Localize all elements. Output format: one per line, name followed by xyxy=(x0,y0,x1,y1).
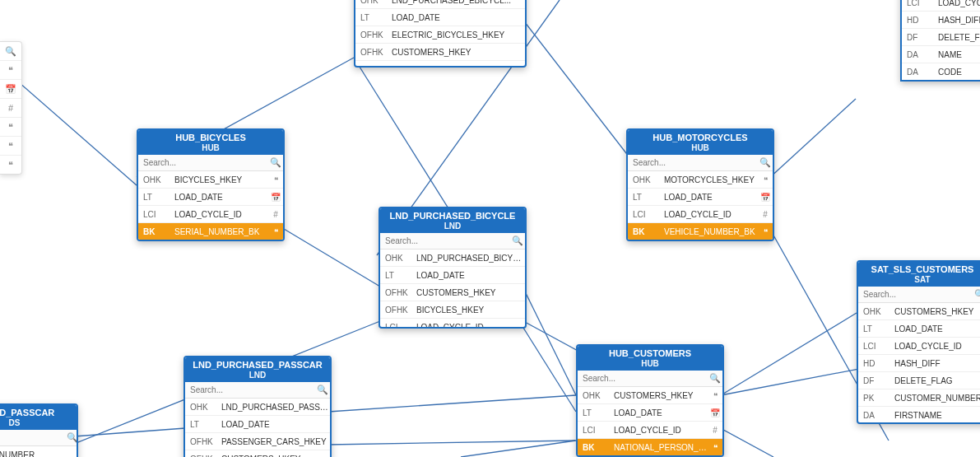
calendar-icon[interactable]: 📅 xyxy=(0,80,21,99)
entity-hub-customers[interactable]: HUB_CUSTOMERS HUB 🔍 OHKCUSTOMERS_HKEY❝ L… xyxy=(576,344,724,457)
search-icon[interactable]: 🔍 xyxy=(708,373,722,384)
svg-line-0 xyxy=(280,226,380,287)
search-icon[interactable]: 🔍 xyxy=(268,157,283,168)
entity-title: HASED_PASSCAR xyxy=(0,408,73,418)
entity-search-row: 🔍 xyxy=(578,371,722,387)
table-row: LCILOAD_CYCLE_ID# xyxy=(628,205,773,222)
calendar-icon: 📅 xyxy=(708,408,722,417)
svg-line-8 xyxy=(523,288,576,395)
entity-title: HUB_BICYCLES xyxy=(142,133,280,143)
table-row: LTLOAD_DATE📅 xyxy=(628,188,773,205)
table-row: LCILOAD_CYCLE_ID xyxy=(355,60,525,66)
entity-subtitle: HUB xyxy=(142,143,280,153)
hash-icon: # xyxy=(268,210,283,219)
search-input[interactable] xyxy=(0,430,67,445)
table-row: LTLOAD_DATE xyxy=(355,8,525,26)
search-icon[interactable]: 🔍 xyxy=(510,235,525,246)
table-row: OHKCUSTOMERS_HKEY❝ xyxy=(578,387,722,403)
search-input[interactable] xyxy=(858,287,973,302)
table-row: LTLOAD_DATE xyxy=(185,415,330,432)
entity-header[interactable]: SAT_SLS_CUSTOMERS SAT xyxy=(858,262,980,287)
table-row: OFHKCUSTOMERS_HKEY xyxy=(380,283,525,301)
entity-bottom-left-partial[interactable]: HASED_PASSCAR DS 🔍 R_NUMBER xyxy=(0,403,78,457)
table-row: DANAME xyxy=(902,45,980,63)
table-row: LCILOAD_CYCLE_ID# xyxy=(138,205,283,222)
table-row: LCILOAD_CYCLE_ID xyxy=(380,318,525,327)
table-row: OHKLND_PURCHASED_EBICYCL... xyxy=(355,0,525,8)
hash-icon: # xyxy=(758,210,773,219)
table-row: DFDELETE_FLAG xyxy=(858,371,980,389)
search-icon[interactable]: 🔍 xyxy=(758,157,773,168)
entity-sat-top-right[interactable]: LTLOAD_DATE LCILOAD_CYCLE HDHASH_DIFF DF… xyxy=(900,0,980,82)
hash-icon: # xyxy=(708,426,722,435)
table-row-bk: BKNATIONAL_PERSON_ID_...❝ xyxy=(578,438,722,455)
entity-search-row: 🔍 xyxy=(185,382,330,399)
table-row: OFHKPASSENGER_CARS_HKEY xyxy=(185,432,330,450)
entity-subtitle: HUB xyxy=(631,143,769,153)
entity-title: LND_PURCHASED_BICYCLE xyxy=(383,211,522,222)
entity-header[interactable]: HUB_MOTORCYCLES HUB xyxy=(628,130,773,155)
entity-sat-sls-customers[interactable]: SAT_SLS_CUSTOMERS SAT 🔍 OHKCUSTOMERS_HKE… xyxy=(857,260,980,424)
table-row: OHKLND_PURCHASED_PASSCA... xyxy=(185,399,330,415)
entity-title: SAT_SLS_CUSTOMERS xyxy=(862,264,980,275)
quote-icon: ❝ xyxy=(268,227,283,236)
svg-line-16 xyxy=(74,428,185,436)
table-row: OHKCUSTOMERS_HKEY xyxy=(858,303,980,319)
entity-hub-bicycles[interactable]: HUB_BICYCLES HUB 🔍 OHKBICYCLES_HKEY❝ LTL… xyxy=(137,128,285,241)
quote-icon: ❝ xyxy=(708,391,722,400)
table-row: LCILOAD_CYCLE_ID# xyxy=(578,421,722,438)
entity-header[interactable]: HASED_PASSCAR DS xyxy=(0,405,77,430)
svg-line-12 xyxy=(328,441,575,445)
table-row: R_NUMBER xyxy=(0,446,77,457)
table-row: HDHASH_DIFF xyxy=(902,11,980,28)
entity-subtitle: SAT xyxy=(862,275,980,285)
table-row: LCILOAD_CYCLE_ID xyxy=(858,337,980,354)
entity-header[interactable]: HUB_CUSTOMERS HUB xyxy=(578,346,722,371)
quote-icon: ❝ xyxy=(758,227,773,236)
entity-title: HUB_MOTORCYCLES xyxy=(631,133,769,143)
table-row: DFDELETE_FLAG xyxy=(902,28,980,45)
entity-hub-motorcycles[interactable]: HUB_MOTORCYCLES HUB 🔍 OHKMOTORCYCLES_HKE… xyxy=(626,128,774,241)
entity-lnd-purchased-passcar[interactable]: LND_PURCHASED_PASSCAR LND 🔍 OHKLND_PURCH… xyxy=(183,356,332,457)
search-input[interactable] xyxy=(578,371,708,386)
entity-header[interactable]: HUB_BICYCLES HUB xyxy=(138,130,283,155)
table-row: DACODE xyxy=(902,63,980,80)
search-input[interactable] xyxy=(138,155,268,170)
search-icon[interactable]: 🔍 xyxy=(0,42,21,61)
quote-icon-4[interactable]: ❝ xyxy=(0,156,21,174)
hash-icon[interactable]: # xyxy=(0,99,21,118)
entity-top-lnd[interactable]: OHKLND_PURCHASED_EBICYCL... LTLOAD_DATE … xyxy=(354,0,527,68)
svg-line-6 xyxy=(769,99,856,179)
table-row-bk: BKSERIAL_NUMBER_BK❝ xyxy=(138,222,283,240)
search-icon[interactable]: 🔍 xyxy=(315,385,330,395)
quote-icon[interactable]: ❝ xyxy=(0,61,21,80)
entity-lnd-purchased-bicycle[interactable]: LND_PURCHASED_BICYCLE LND 🔍 OHKLND_PURCH… xyxy=(379,207,527,329)
diagram-canvas[interactable]: 🔍 ❝ 📅 # ❝ ❝ ❝ OHKLND_PURCHASED_EBICYCL..… xyxy=(0,0,980,457)
quote-icon-2[interactable]: ❝ xyxy=(0,118,21,137)
quote-icon: ❝ xyxy=(758,175,773,184)
toolbar-strip: 🔍 ❝ 📅 # ❝ ❝ ❝ xyxy=(0,41,22,175)
entity-search-row: 🔍 xyxy=(628,155,773,171)
search-input[interactable] xyxy=(185,382,315,398)
entity-search-row: 🔍 xyxy=(0,430,77,446)
table-row: OFHKCUSTOMERS_HKEY xyxy=(185,450,330,457)
table-row: OHKLND_PURCHASED_BICYCLE... xyxy=(380,249,525,266)
search-icon[interactable]: 🔍 xyxy=(973,289,980,300)
search-input[interactable] xyxy=(628,155,758,170)
svg-line-15 xyxy=(461,441,576,457)
quote-icon-3[interactable]: ❝ xyxy=(0,137,21,156)
entity-subtitle: LND xyxy=(383,222,522,231)
entity-header[interactable]: LND_PURCHASED_PASSCAR LND xyxy=(185,357,330,382)
search-icon[interactable]: 🔍 xyxy=(67,432,78,443)
entity-search-row: 🔍 xyxy=(380,233,525,249)
table-row: DAFIRSTNAME xyxy=(858,406,980,422)
table-row: OHKMOTORCYCLES_HKEY❝ xyxy=(628,171,773,188)
svg-line-11 xyxy=(328,395,576,412)
table-row: HDHASH_DIFF xyxy=(858,354,980,371)
search-input[interactable] xyxy=(380,233,510,249)
entity-subtitle: LND xyxy=(188,371,327,380)
entity-subtitle: HUB xyxy=(581,359,719,369)
entity-search-row: 🔍 xyxy=(858,287,980,303)
entity-title: LND_PURCHASED_PASSCAR xyxy=(188,360,327,371)
entity-header[interactable]: LND_PURCHASED_BICYCLE LND xyxy=(380,208,525,233)
